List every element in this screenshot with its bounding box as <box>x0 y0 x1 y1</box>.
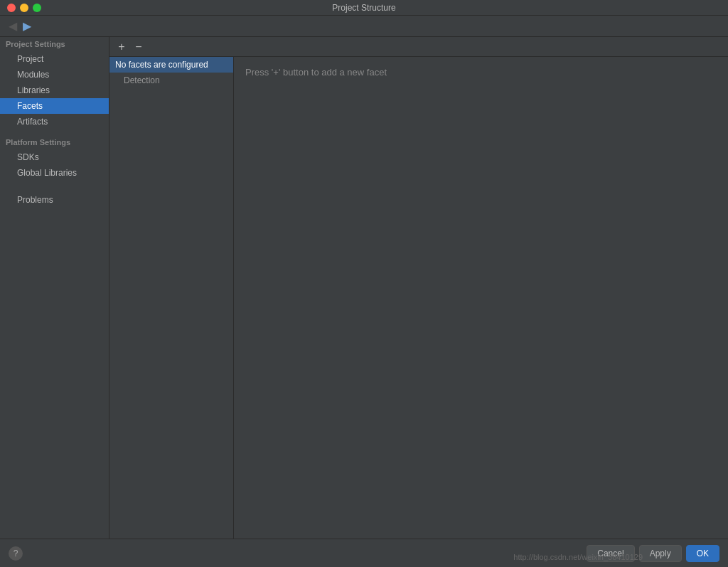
nav-bar: ◀ ▶ <box>0 16 728 37</box>
sidebar-item-modules[interactable]: Modules <box>0 67 109 83</box>
sidebar-item-global-libraries[interactable]: Global Libraries <box>0 165 109 181</box>
remove-facet-button[interactable]: − <box>131 39 146 55</box>
platform-settings-header: Platform Settings <box>0 135 109 149</box>
help-button[interactable]: ? <box>9 546 23 561</box>
panel-toolbar: + − <box>109 37 728 57</box>
sidebar-item-problems[interactable]: Problems <box>0 192 109 208</box>
cancel-button[interactable]: Cancel <box>587 545 634 562</box>
bottom-bar: ? Cancel Apply OK <box>0 539 728 567</box>
apply-button[interactable]: Apply <box>639 545 682 562</box>
sidebar-item-project[interactable]: Project <box>0 51 109 67</box>
sidebar-item-sdks[interactable]: SDKs <box>0 149 109 165</box>
project-settings-header: Project Settings <box>0 37 109 51</box>
split-area: No facets are configured Detection Press… <box>109 57 728 539</box>
hint-text: Press '+' button to add a new facet <box>245 67 387 78</box>
ok-button[interactable]: OK <box>686 545 719 562</box>
forward-arrow[interactable]: ▶ <box>20 19 34 33</box>
bottom-right: Cancel Apply OK <box>587 545 719 562</box>
sidebar: Project Settings Project Modules Librari… <box>0 37 109 539</box>
sidebar-item-artifacts[interactable]: Artifacts <box>0 114 109 129</box>
detection-item[interactable]: Detection <box>109 73 233 88</box>
content-area: Project Settings Project Modules Librari… <box>0 37 728 539</box>
back-arrow[interactable]: ◀ <box>6 19 20 33</box>
add-facet-button[interactable]: + <box>114 39 129 55</box>
facets-tree: No facets are configured Detection <box>109 57 234 539</box>
window-controls <box>7 4 41 12</box>
right-panel: + − No facets are configured Detection P… <box>109 37 728 539</box>
sidebar-item-facets[interactable]: Facets <box>0 98 109 114</box>
maximize-button[interactable] <box>33 4 41 12</box>
no-facets-item[interactable]: No facets are configured <box>109 57 233 73</box>
sidebar-item-libraries[interactable]: Libraries <box>0 83 109 98</box>
main-container: ◀ ▶ Project Settings Project Modules Lib… <box>0 16 728 567</box>
window-title: Project Structure <box>332 3 395 13</box>
bottom-left: ? <box>9 546 23 561</box>
minimize-button[interactable] <box>20 4 28 12</box>
title-bar: Project Structure <box>0 0 728 16</box>
main-info-area: Press '+' button to add a new facet <box>234 57 728 539</box>
close-button[interactable] <box>7 4 16 12</box>
